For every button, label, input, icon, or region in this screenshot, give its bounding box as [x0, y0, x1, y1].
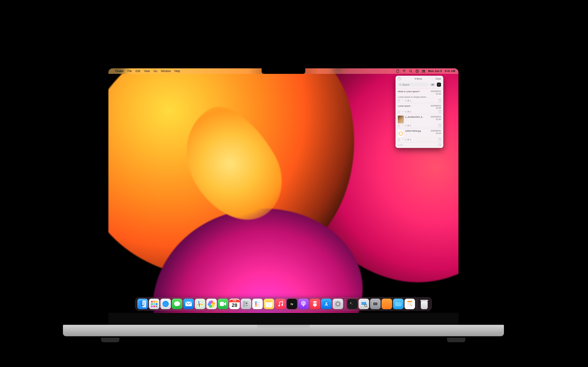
dock-mail[interactable] — [183, 299, 194, 309]
svg-rect-68 — [373, 302, 378, 306]
clipboard-icon[interactable] — [396, 69, 399, 73]
dock-launchpad[interactable] — [149, 299, 159, 309]
dock-music[interactable] — [275, 299, 286, 309]
dock-calendar[interactable]: FEB28 — [229, 299, 240, 309]
dock-trash[interactable] — [419, 299, 430, 309]
svg-rect-43 — [266, 300, 272, 302]
laptop-bezel-bottom — [108, 313, 458, 325]
svg-point-54 — [337, 303, 339, 305]
dock-pages[interactable] — [405, 299, 415, 309]
search-icon[interactable] — [409, 69, 412, 73]
menu-go[interactable]: Go — [154, 69, 157, 73]
dock-photos[interactable] — [206, 299, 217, 309]
svg-line-60 — [339, 306, 340, 306]
filter-type-chip[interactable] — [437, 83, 441, 87]
filter-all-chip[interactable]: All — [430, 83, 435, 86]
menu-help[interactable]: Help — [174, 69, 180, 73]
dock-notes[interactable] — [264, 299, 274, 309]
menu-edit[interactable]: Edit — [136, 69, 140, 73]
clip-thumbnail — [398, 130, 404, 137]
svg-rect-1 — [397, 70, 398, 70]
pin-icon[interactable] — [397, 99, 400, 102]
search-input[interactable] — [402, 83, 427, 86]
calendar-day: 28 — [232, 302, 237, 308]
dock-contacts[interactable] — [241, 299, 251, 309]
svg-point-47 — [278, 305, 280, 307]
clip-shortcut: ⌃ ⌥ ⌘ 2 — [402, 110, 411, 113]
svg-point-40 — [255, 305, 257, 307]
clip-subtitle: Lorem Ipsum is simply dummy text of the … — [398, 96, 429, 98]
clip-title: Lorem Ipsum — [398, 105, 429, 107]
dock-finder[interactable] — [137, 299, 148, 309]
dock-separator — [345, 299, 345, 309]
pin-icon[interactable] — [397, 124, 400, 127]
menubar-time[interactable]: 9:41 AM — [445, 69, 455, 73]
menu-file[interactable]: File — [128, 69, 132, 73]
svg-point-9 — [422, 70, 423, 71]
menubar-app-name[interactable]: Finder — [115, 69, 124, 73]
dock-safari[interactable] — [160, 299, 171, 309]
gear-icon[interactable] — [439, 144, 441, 146]
trash-icon[interactable] — [439, 138, 441, 141]
svg-point-6 — [417, 70, 418, 71]
clipboard-panel: 4 Items Clear All What is Lorem Ipsum?Lo… — [396, 76, 443, 148]
svg-rect-32 — [220, 302, 224, 306]
clipboard-item[interactable]: Lorem Ipsum2023/08/1522:48⌃ ⌥ ⌘ 2 — [396, 103, 443, 114]
svg-point-38 — [255, 303, 257, 305]
clip-timestamp: 2023/08/1522:48 — [431, 105, 441, 110]
trash-icon[interactable] — [439, 110, 441, 113]
dock-messages[interactable] — [172, 299, 182, 309]
svg-rect-7 — [422, 70, 425, 71]
laptop-feet — [87, 336, 479, 342]
svg-rect-34 — [243, 301, 244, 307]
svg-line-62 — [336, 306, 336, 306]
menu-window[interactable]: Window — [161, 69, 171, 73]
svg-line-12 — [401, 85, 401, 85]
dock-folder[interactable] — [393, 299, 404, 309]
laptop-screen: Finder File Edit View Go Window Help — [108, 68, 458, 313]
history-icon[interactable] — [398, 77, 401, 80]
dock-facetime[interactable] — [218, 299, 228, 309]
dock-preview[interactable] — [359, 299, 369, 309]
svg-text:>_: >_ — [350, 302, 353, 304]
clipboard-item[interactable]: a_a6489e4002_b...2023/08/1522:48⌃ ⌥ ⌘ 3 — [396, 114, 443, 128]
svg-rect-28 — [185, 302, 192, 306]
svg-point-19 — [144, 302, 144, 303]
clip-title: 1655473506.jpg — [405, 130, 429, 132]
dock-terminal[interactable]: >_ — [347, 299, 358, 309]
dock-news[interactable] — [310, 299, 320, 309]
clear-button[interactable]: Clear — [435, 77, 441, 80]
menu-view[interactable]: View — [144, 69, 150, 73]
trash-icon[interactable] — [439, 124, 441, 127]
svg-rect-65 — [361, 302, 366, 305]
wifi-icon[interactable] — [402, 69, 406, 73]
pin-icon[interactable] — [397, 138, 400, 141]
svg-point-2 — [404, 72, 405, 73]
dock-app-orange[interactable] — [381, 299, 392, 309]
trash-icon[interactable] — [439, 99, 441, 102]
dock-reminders[interactable] — [252, 299, 263, 309]
dock-app-store[interactable] — [321, 299, 332, 309]
clip-shortcut: ⌃ ⌥ ⌘ 4 — [402, 139, 411, 141]
clipboard-item[interactable]: What is Lorem Ipsum?Lorem Ipsum is simpl… — [396, 89, 443, 103]
dock: FEB28 tv >_ — [135, 297, 432, 311]
dock-separator-2 — [417, 299, 417, 309]
svg-rect-0 — [397, 70, 399, 73]
svg-line-4 — [411, 72, 412, 73]
dock-mission-control[interactable] — [370, 299, 380, 309]
dock-tv[interactable]: tv — [287, 299, 297, 309]
control-center-icon[interactable] — [422, 69, 425, 73]
clip-thumbnail — [398, 116, 404, 123]
clipboard-item[interactable]: 1655473506.jpg2023/08/1522:48⌃ ⌥ ⌘ 4 — [396, 128, 443, 142]
clip-title: What is Lorem Ipsum? — [398, 90, 429, 93]
dock-maps[interactable] — [195, 299, 205, 309]
dock-podcasts[interactable] — [298, 299, 309, 309]
menubar-date[interactable]: Mon Jun 5 — [428, 69, 442, 73]
clip-shortcut: ⌃ ⌥ ⌘ 3 — [402, 125, 411, 127]
dock-system-settings[interactable] — [333, 299, 343, 309]
user-icon[interactable] — [415, 69, 419, 73]
pin-icon[interactable] — [397, 110, 400, 113]
search-field-wrap[interactable] — [398, 83, 428, 87]
svg-rect-71 — [407, 301, 412, 302]
svg-point-3 — [409, 70, 411, 72]
